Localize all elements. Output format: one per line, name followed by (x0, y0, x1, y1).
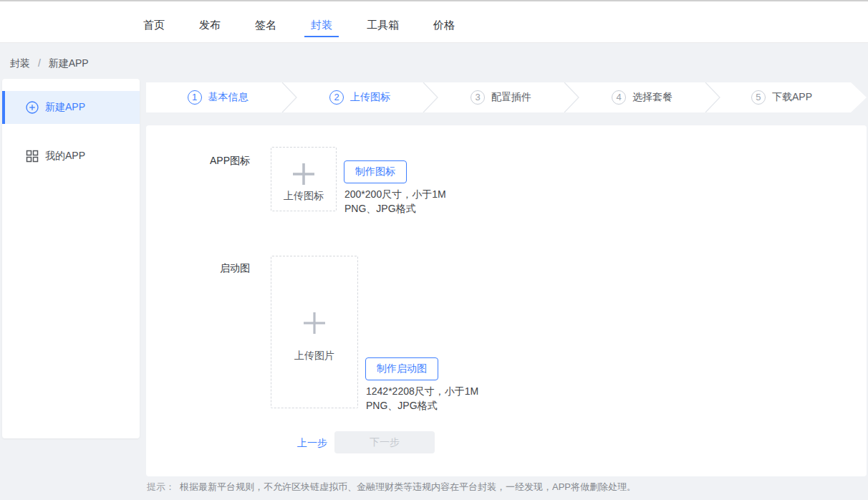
breadcrumb: 封装 / 新建APP (10, 57, 89, 70)
sidebar-item-new-app[interactable]: 新建APP (2, 91, 140, 124)
main-nav: 首页 发布 签名 封装 工具箱 价格 (0, 1, 868, 42)
grid-icon (26, 150, 39, 163)
launch-image-upload-box[interactable]: 上传图片 (271, 256, 358, 408)
step-number-badge: 2 (329, 90, 344, 105)
next-step-button[interactable]: 下一步 (334, 431, 435, 453)
step-number-badge: 5 (751, 90, 766, 105)
upload-icon-panel: APP图标 上传图标 制作图标 200*200尺寸，小于1M PNG、JPG格式… (146, 125, 867, 476)
prev-step-link[interactable]: 上一步 (297, 437, 327, 450)
chevron-right-icon (281, 82, 298, 112)
chevron-right-icon (704, 82, 721, 112)
app-icon-size-hint: 200*200尺寸，小于1M (344, 187, 446, 201)
top-header: 首页 发布 签名 封装 工具箱 价格 (0, 0, 868, 43)
tip-text: 根据最新平台规则，不允许区块链虚拟币、金融理财类等违规内容在平台封装，一经发现，… (180, 481, 636, 492)
step-configure-plugin: 3 配置插件 (430, 82, 572, 112)
footer-tip: 提示：根据最新平台规则，不允许区块链虚拟币、金融理财类等违规内容在平台封装，一经… (147, 481, 636, 494)
nav-item-home[interactable]: 首页 (137, 1, 171, 42)
app-icon-format-hint: PNG、JPG格式 (344, 201, 446, 216)
step-number-badge: 1 (188, 90, 202, 105)
steps-wizard: 1 基本信息 2 上传图标 3 配置插件 4 选择套餐 5 下载APP (146, 82, 867, 112)
step-select-plan: 4 选择套餐 (572, 82, 713, 112)
plus-icon (293, 163, 314, 185)
step-download-app: 5 下载APP (713, 82, 867, 112)
nav-item-package-active[interactable]: 封装 (304, 1, 339, 42)
upload-icon-text: 上传图标 (284, 190, 324, 203)
launch-image-field-label: 启动图 (146, 262, 250, 275)
breadcrumb-separator: / (38, 57, 41, 69)
upload-image-text: 上传图片 (294, 350, 334, 362)
chevron-right-icon (563, 82, 580, 112)
step-basic-info: 1 基本信息 (146, 82, 289, 112)
breadcrumb-current: 新建APP (49, 57, 89, 69)
app-icon-field-label: APP图标 (146, 155, 250, 168)
nav-item-publish[interactable]: 发布 (193, 1, 227, 42)
nav-item-price[interactable]: 价格 (427, 1, 461, 42)
chevron-right-icon (422, 82, 439, 112)
circle-plus-icon (26, 101, 39, 114)
sidebar-item-label: 我的APP (45, 150, 85, 163)
make-launch-image-button[interactable]: 制作启动图 (365, 357, 438, 380)
launch-image-hint: 1242*2208尺寸，小于1M PNG、JPG格式 (366, 384, 478, 413)
sidebar-item-my-app[interactable]: 我的APP (2, 140, 140, 173)
launch-image-format-hint: PNG、JPG格式 (366, 398, 478, 413)
launch-image-size-hint: 1242*2208尺寸，小于1M (366, 384, 478, 398)
sidebar-item-label: 新建APP (45, 101, 85, 114)
step-number-badge: 4 (612, 90, 626, 105)
step-number-badge: 3 (471, 90, 485, 105)
nav-item-signature[interactable]: 签名 (249, 1, 283, 42)
app-icon-upload-box[interactable]: 上传图标 (271, 147, 337, 211)
step-upload-icon: 2 上传图标 (289, 82, 430, 112)
sidebar: 新建APP 我的APP (2, 79, 140, 438)
nav-item-toolbox[interactable]: 工具箱 (360, 1, 405, 42)
breadcrumb-section[interactable]: 封装 (10, 57, 30, 69)
plus-icon (304, 312, 325, 334)
make-icon-button[interactable]: 制作图标 (344, 160, 407, 183)
app-icon-hint: 200*200尺寸，小于1M PNG、JPG格式 (344, 187, 446, 216)
tip-label: 提示： (147, 481, 175, 492)
